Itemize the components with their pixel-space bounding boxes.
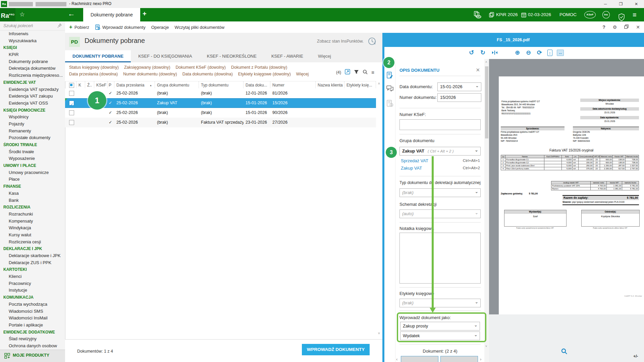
- numer-ksef-input[interactable]: [399, 119, 481, 130]
- sidebar-item[interactable]: Kompensaty: [0, 218, 65, 225]
- sidebar-item[interactable]: Ewidencja VAT zakupu: [0, 93, 65, 100]
- minimize-button[interactable]: ─: [598, 0, 613, 8]
- document-description-icon[interactable]: [386, 72, 393, 80]
- panel-close-icon[interactable]: ✕: [476, 67, 480, 73]
- sidebar-item[interactable]: Rozliczenia cesji: [0, 239, 65, 246]
- sidebar-item[interactable]: Ochrona danych osobow: [0, 343, 65, 350]
- sidebar-item[interactable]: Kursy walut: [0, 232, 65, 239]
- sidebar-item[interactable]: Wyszukiwarka: [0, 38, 65, 45]
- sidebar-item[interactable]: Ewidencja VAT OSS: [0, 100, 65, 107]
- refresh-icon[interactable]: ⟳: [537, 49, 542, 56]
- ins-badge-icon[interactable]: Ins: [602, 11, 610, 18]
- sidebar-item[interactable]: Środki trwałe: [0, 148, 65, 156]
- settings-gear-icon[interactable]: ⚙: [613, 24, 617, 30]
- typ-dekretacji-combo[interactable]: (brak)⌄: [399, 188, 481, 197]
- sidebar-item[interactable]: Dokumenty pobrane: [0, 58, 65, 65]
- col-nazwa-klienta[interactable]: Nazwa klienta: [316, 81, 344, 89]
- scroll-up-icon[interactable]: ˄: [485, 60, 487, 64]
- next-document-button[interactable]: [440, 356, 478, 362]
- table-row[interactable]: ✓25-02-2026(brak)(brak)15-01-202690/2026: [65, 108, 376, 118]
- sidebar-item[interactable]: Pojazdy: [0, 121, 65, 128]
- col-data-przeslania[interactable]: Data przesłania: [114, 81, 155, 89]
- prev-document-button[interactable]: [401, 356, 438, 362]
- scroll-down-icon[interactable]: ˅: [378, 331, 380, 335]
- rotate-left-icon[interactable]: ↺: [469, 49, 474, 56]
- split-view-icon[interactable]: [492, 50, 498, 57]
- row-checkbox[interactable]: [69, 91, 74, 96]
- select-all-checkbox[interactable]: [65, 81, 76, 89]
- sidebar-item[interactable]: Kasa: [0, 190, 65, 197]
- refresh-clock-icon[interactable]: [367, 36, 377, 48]
- scrollbar-thumb[interactable]: [485, 66, 488, 138]
- close-button[interactable]: ✕: [629, 0, 644, 8]
- inspunkty-link[interactable]: Zobacz stan InsPunktów.: [317, 39, 364, 44]
- col-p[interactable]: P: [108, 81, 114, 89]
- ksef-transfer-icon[interactable]: KSeF: [473, 8, 483, 21]
- scroll-down-icon[interactable]: ˅: [485, 345, 487, 348]
- sidebar-item[interactable]: Wyposażenie: [0, 155, 65, 162]
- table-row[interactable]: ✓25-02-2026Zakup VAT(brak)15-01-202615/2…: [65, 98, 376, 108]
- zoom-in-icon[interactable]: ⊕: [515, 49, 520, 56]
- filter-link[interactable]: Data dokumentu (dowolna): [182, 72, 233, 76]
- command-search-input[interactable]: Szukaj poleceń: [0, 21, 65, 31]
- operacje-menu[interactable]: Operacje: [151, 25, 169, 30]
- comments-icon[interactable]: [386, 85, 393, 93]
- sidebar-item[interactable]: Infoserwis: [0, 31, 65, 38]
- sidebar-item[interactable]: Portale i aplikacje: [0, 322, 65, 329]
- filter-link[interactable]: Zaksięgowany (dowolny): [124, 65, 170, 70]
- col-etykiety[interactable]: Etykiety księ...: [344, 81, 376, 89]
- sidebar-item[interactable]: Deklaracje ZUS i PPK: [0, 259, 65, 266]
- tab-ksef-do-ksiegowania[interactable]: KSEF - DO KSIĘGOWANIA: [131, 50, 200, 62]
- schemat-dekretacji-combo[interactable]: (auto)⌄: [399, 209, 481, 218]
- zoom-out-icon[interactable]: ⊖: [526, 49, 531, 56]
- search-icon[interactable]: [363, 69, 368, 75]
- grupa-dokumentu-combo[interactable]: Zakup VAT( Ctrl + Alt + 2 ) ⌄: [399, 147, 481, 156]
- wczytaj-pliki-button[interactable]: Wczytaj pliki dokumentów: [174, 25, 224, 30]
- col-ksef[interactable]: KSeF: [94, 81, 108, 89]
- numer-dokumentu-input[interactable]: 15/2026: [437, 93, 481, 102]
- tab-ksef-nieokreslone[interactable]: KSEF - NIEOKREŚLONE: [200, 50, 264, 62]
- filter-link[interactable]: Dokument KSeF (dowolny): [176, 65, 226, 70]
- help-icon[interactable]: ?: [602, 24, 605, 30]
- date-selector[interactable]: 02-03-2026: [521, 8, 551, 21]
- filter-funnel-icon[interactable]: [354, 69, 359, 75]
- prev-document-icon[interactable]: ‹: [396, 357, 397, 362]
- row-checkbox[interactable]: [69, 101, 74, 106]
- table-row[interactable]: ✓25-02-2026(brak)Faktura VAT sprzedaży23…: [65, 118, 376, 127]
- sidebar-item[interactable]: Pracownicy: [0, 280, 65, 287]
- filter-link[interactable]: Etykiety księgowe (dowolny): [238, 72, 291, 76]
- sidebar-item[interactable]: Umowy pracownicze: [0, 169, 65, 176]
- sidebar-item[interactable]: Ślad rewizyjny: [0, 336, 65, 343]
- col-zrodlo[interactable]: Ź..: [85, 81, 94, 89]
- sidebar-item[interactable]: Remanenty: [0, 128, 65, 135]
- tab-dokumenty-pobrane[interactable]: DOKUMENTY POBRANE: [65, 50, 131, 62]
- filter-link[interactable]: Dokument z Portalu (dowolny): [231, 65, 287, 70]
- sprzedaz-vat-link[interactable]: Sprzedaż VAT: [401, 158, 428, 163]
- sidebar-item[interactable]: Windykacja: [0, 225, 65, 232]
- data-dokumentu-combo[interactable]: 15-01-2026⌄: [437, 82, 481, 91]
- open-tab[interactable]: Dokumenty pobrane: [83, 8, 140, 21]
- etykiety-combo[interactable]: (brak)⌄: [399, 299, 481, 307]
- filter-link[interactable]: Status księgowy (dowolny): [69, 65, 119, 70]
- col-data-dokumentu[interactable]: Data doku...: [244, 81, 270, 89]
- sidebar-footer-my-products[interactable]: MOJE PRODUKTY: [0, 350, 65, 362]
- sidebar-item[interactable]: Bank: [0, 197, 65, 204]
- app-logo[interactable]: RaPRO: [0, 8, 15, 21]
- fit-width-icon[interactable]: ↔: [557, 50, 564, 56]
- maximize-button[interactable]: ❐: [613, 0, 629, 8]
- sidebar-item[interactable]: Ewidencja VAT sprzedaży: [0, 86, 65, 93]
- next-document-icon[interactable]: ›: [480, 357, 481, 362]
- sidebar-item[interactable]: Wiadomości SMS: [0, 308, 65, 315]
- sidebar-item[interactable]: Dekretacja dokumentów: [0, 65, 65, 72]
- col-k[interactable]: K: [76, 81, 85, 89]
- sidebar-item[interactable]: Instytucje: [0, 287, 65, 294]
- filter-link[interactable]: Data przesłania (dowolna): [69, 72, 118, 76]
- tab-more[interactable]: Więcej: [311, 50, 338, 62]
- pin-icon[interactable]: [57, 23, 62, 28]
- sidebar-item[interactable]: Poczta wychodząca: [0, 301, 65, 308]
- col-numer[interactable]: Numer: [270, 81, 316, 89]
- col-grupa[interactable]: Grupa dokumentu: [155, 81, 199, 89]
- sidebar-item[interactable]: Deklaracje skarbowe i JPK: [0, 252, 65, 259]
- sidebar-item[interactable]: Rozrachunki: [0, 211, 65, 218]
- popout-window-icon[interactable]: [624, 24, 629, 30]
